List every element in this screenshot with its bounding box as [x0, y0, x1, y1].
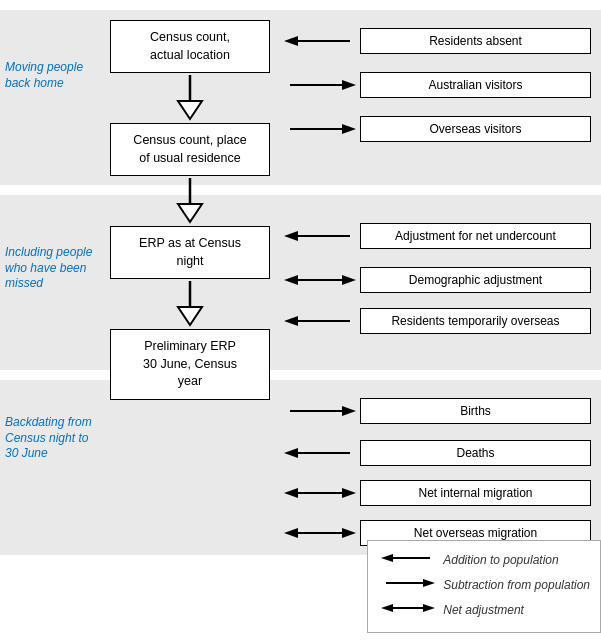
arrow-demographic [280, 270, 360, 290]
box-census-actual: Census count,actual location [110, 20, 270, 73]
svg-marker-22 [284, 448, 298, 458]
svg-marker-32 [423, 579, 435, 587]
svg-marker-9 [342, 80, 356, 90]
svg-marker-27 [284, 528, 298, 538]
legend-item-net: Net adjustment [378, 599, 590, 620]
side-item-deaths: Deaths [280, 440, 591, 466]
svg-marker-5 [178, 307, 202, 325]
arrow-down-3 [170, 279, 210, 329]
label-residents-overseas: Residents temporarily overseas [360, 308, 591, 334]
svg-marker-3 [178, 204, 202, 222]
svg-marker-35 [423, 604, 435, 612]
arrow-australian-visitors [280, 75, 360, 95]
arrow-down-1 [170, 73, 210, 123]
svg-marker-24 [284, 488, 298, 498]
arrow-residents-absent [280, 31, 360, 51]
arrow-down-2 [170, 176, 210, 226]
annotation-missing: Including people who have been missed [5, 245, 95, 292]
legend-item-subtraction: Subtraction from population [378, 574, 590, 595]
svg-marker-25 [342, 488, 356, 498]
annotation-moving: Moving people back home [5, 60, 95, 91]
svg-marker-28 [342, 528, 356, 538]
svg-marker-11 [342, 124, 356, 134]
side-item-adjustment: Adjustment for net undercount [280, 223, 591, 249]
legend-arrow-subtraction [378, 574, 438, 595]
svg-marker-16 [342, 275, 356, 285]
side-item-net-internal: Net internal migration [280, 480, 591, 506]
label-deaths: Deaths [360, 440, 591, 466]
svg-marker-7 [284, 36, 298, 46]
label-net-internal: Net internal migration [360, 480, 591, 506]
svg-marker-1 [178, 101, 202, 119]
label-adjustment: Adjustment for net undercount [360, 223, 591, 249]
label-births: Births [360, 398, 591, 424]
svg-marker-34 [381, 604, 393, 612]
annotation-backdating: Backdating from Census night to 30 June [5, 415, 95, 462]
arrow-net-overseas [280, 523, 360, 543]
arrow-overseas-visitors [280, 119, 360, 139]
svg-marker-18 [284, 316, 298, 326]
arrow-adjustment [280, 226, 360, 246]
legend-label-subtraction: Subtraction from population [443, 578, 590, 592]
box-census-usual: Census count, placeof usual residence [110, 123, 270, 176]
svg-marker-20 [342, 406, 356, 416]
arrow-residents-overseas [280, 311, 360, 331]
label-residents-absent: Residents absent [360, 28, 591, 54]
legend-label-net: Net adjustment [443, 603, 524, 617]
side-item-residents-absent: Residents absent [280, 28, 591, 54]
box-erp-census-night: ERP as at Censusnight [110, 226, 270, 279]
side-item-australian-visitors: Australian visitors [280, 72, 591, 98]
side-item-overseas-visitors: Overseas visitors [280, 116, 591, 142]
side-item-residents-overseas: Residents temporarily overseas [280, 308, 591, 334]
legend: Addition to population Subtraction from … [367, 540, 601, 633]
box-preliminary-erp: Preliminary ERP30 June, Censusyear [110, 329, 270, 400]
legend-arrow-net [378, 599, 438, 620]
svg-marker-15 [284, 275, 298, 285]
legend-label-addition: Addition to population [443, 553, 558, 567]
label-overseas-visitors: Overseas visitors [360, 116, 591, 142]
arrow-net-internal [280, 483, 360, 503]
label-demographic: Demographic adjustment [360, 267, 591, 293]
arrow-deaths [280, 443, 360, 463]
label-australian-visitors: Australian visitors [360, 72, 591, 98]
legend-item-addition: Addition to population [378, 549, 590, 570]
side-item-births: Births [280, 398, 591, 424]
svg-marker-30 [381, 554, 393, 562]
arrow-births [280, 401, 360, 421]
legend-arrow-addition [378, 549, 438, 570]
side-item-demographic: Demographic adjustment [280, 267, 591, 293]
svg-marker-13 [284, 231, 298, 241]
